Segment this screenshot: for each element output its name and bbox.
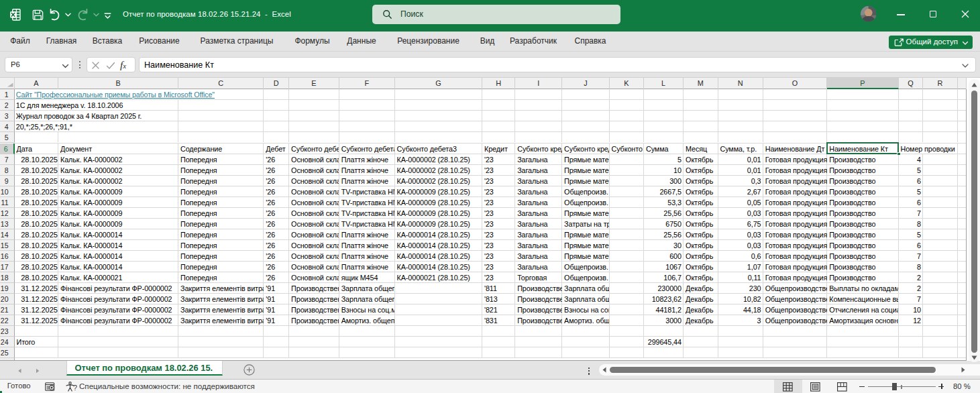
svg-text:?: ? [73,384,77,392]
